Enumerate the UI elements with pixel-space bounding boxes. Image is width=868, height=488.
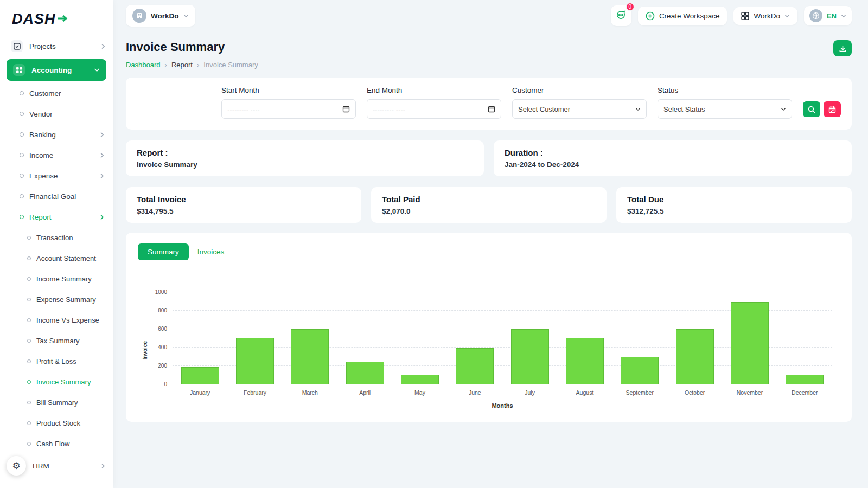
chart-card: Summary Invoices Invoice 020040060080010… bbox=[126, 233, 852, 422]
bar-february[interactable] bbox=[236, 338, 274, 384]
calendar-icon[interactable] bbox=[342, 105, 350, 113]
bar-column bbox=[173, 292, 227, 384]
language-code: EN bbox=[827, 12, 837, 20]
bar-june[interactable] bbox=[456, 348, 494, 384]
sidebar-item-accounting[interactable]: Accounting bbox=[7, 59, 106, 81]
sidebar-item-label: Expense bbox=[29, 172, 94, 180]
y-tick-label: 200 bbox=[149, 363, 173, 369]
workspace-menu-button[interactable]: WorkDo bbox=[733, 7, 797, 25]
bar-column bbox=[722, 292, 777, 384]
bullet-icon bbox=[20, 112, 24, 116]
tab-summary[interactable]: Summary bbox=[138, 243, 189, 260]
plot-area: 02004006008001000 bbox=[173, 292, 832, 384]
sidebar-item-income-summary[interactable]: Income Summary bbox=[0, 268, 113, 289]
workspace-switcher[interactable]: WorkDo bbox=[126, 5, 195, 27]
total-due-card: Total Due $312,725.5 bbox=[616, 187, 852, 223]
bar-july[interactable] bbox=[511, 329, 549, 384]
workspace-menu-label: WorkDo bbox=[754, 12, 780, 20]
settings-gear-button[interactable]: ⚙ bbox=[7, 456, 26, 476]
download-report-button[interactable] bbox=[833, 40, 852, 56]
customer-select[interactable]: Select Customer bbox=[512, 99, 647, 119]
sidebar-item-income-vs-expense[interactable]: Income Vs Expense bbox=[0, 310, 113, 330]
y-tick-label: 400 bbox=[149, 344, 173, 350]
bar-column bbox=[448, 292, 502, 384]
bullet-icon bbox=[27, 298, 31, 301]
main-area: WorkDo 0 Create Workspace bbox=[113, 0, 868, 488]
sidebar-item-label: Customer bbox=[29, 89, 104, 98]
sidebar-item-bill-summary[interactable]: Bill Summary bbox=[0, 392, 113, 413]
chevron-down-icon bbox=[94, 68, 100, 72]
bar-plot bbox=[173, 292, 832, 384]
sidebar-item-profit-loss[interactable]: Profit & Loss bbox=[0, 351, 113, 371]
chevron-down-icon bbox=[635, 107, 641, 111]
sidebar-item-transaction[interactable]: Transaction bbox=[0, 227, 113, 248]
search-icon bbox=[808, 106, 815, 113]
start-month-input[interactable] bbox=[227, 105, 342, 113]
x-tick-label: September bbox=[612, 389, 667, 396]
tab-invoices[interactable]: Invoices bbox=[197, 248, 225, 256]
messages-button[interactable]: 0 bbox=[611, 5, 631, 26]
accounting-icon bbox=[13, 64, 25, 76]
end-month-input[interactable] bbox=[373, 105, 488, 113]
bar-january[interactable] bbox=[181, 367, 219, 384]
bullet-icon bbox=[20, 91, 24, 95]
sidebar-item-invoice-summary[interactable]: Invoice Summary bbox=[0, 371, 113, 392]
sidebar-item-tax-summary[interactable]: Tax Summary bbox=[0, 330, 113, 351]
language-selector[interactable]: EN bbox=[804, 6, 852, 25]
status-select[interactable]: Select Status bbox=[658, 99, 792, 119]
reset-filter-button[interactable] bbox=[824, 101, 841, 117]
title-row: Invoice Summary bbox=[126, 40, 852, 56]
bar-december[interactable] bbox=[786, 375, 824, 384]
app-root: DASH Projects Accounting Cu bbox=[0, 0, 868, 488]
bullet-icon bbox=[20, 174, 24, 178]
breadcrumb-report[interactable]: Report bbox=[171, 61, 193, 69]
end-month-label: End Month bbox=[367, 86, 501, 94]
sidebar-item-expense-summary[interactable]: Expense Summary bbox=[0, 289, 113, 310]
bullet-icon bbox=[27, 421, 31, 425]
sidebar-item-label: Income Summary bbox=[36, 275, 92, 283]
chevron-right-icon bbox=[100, 214, 104, 220]
sidebar-item-product-stock[interactable]: Product Stock bbox=[0, 413, 113, 433]
y-tick-label: 1000 bbox=[149, 289, 173, 295]
sidebar-item-label: Expense Summary bbox=[36, 296, 96, 304]
bar-august[interactable] bbox=[566, 338, 604, 384]
bar-october[interactable] bbox=[676, 329, 714, 384]
calendar-icon[interactable] bbox=[488, 105, 495, 113]
chevron-down-icon bbox=[183, 14, 189, 18]
x-tick-label: January bbox=[173, 389, 227, 396]
sidebar-item-cash-flow[interactable]: Cash Flow bbox=[0, 433, 113, 454]
sidebar-item-expense[interactable]: Expense bbox=[0, 165, 113, 186]
sidebar-item-report[interactable]: Report bbox=[0, 207, 113, 227]
sidebar-item-label: HRM bbox=[31, 462, 95, 470]
sidebar-item-customer[interactable]: Customer bbox=[0, 83, 113, 104]
breadcrumb-current: Invoice Summary bbox=[203, 61, 258, 69]
bar-march[interactable] bbox=[291, 329, 329, 384]
create-workspace-button[interactable]: Create Workspace bbox=[638, 7, 727, 25]
sidebar-item-projects[interactable]: Projects bbox=[0, 35, 113, 57]
bar-november[interactable] bbox=[731, 302, 769, 384]
sidebar-item-banking[interactable]: Banking bbox=[0, 124, 113, 145]
x-tick-label: October bbox=[667, 389, 722, 396]
plus-circle-icon bbox=[646, 11, 655, 21]
apply-filter-button[interactable] bbox=[803, 101, 820, 117]
bar-may[interactable] bbox=[401, 375, 439, 384]
duration-value: Jan-2024 to Dec-2024 bbox=[505, 160, 841, 169]
brand-logo[interactable]: DASH bbox=[0, 8, 113, 35]
chevron-right-icon bbox=[100, 173, 104, 179]
download-icon bbox=[839, 44, 847, 53]
sidebar: DASH Projects Accounting Cu bbox=[0, 0, 113, 488]
sidebar-item-financial-goal[interactable]: Financial Goal bbox=[0, 186, 113, 207]
create-workspace-label: Create Workspace bbox=[659, 12, 720, 20]
bar-september[interactable] bbox=[621, 357, 659, 384]
bar-april[interactable] bbox=[346, 362, 384, 384]
x-tick-label: July bbox=[502, 389, 557, 396]
sidebar-item-income[interactable]: Income bbox=[0, 145, 113, 165]
sidebar-item-vendor[interactable]: Vendor bbox=[0, 104, 113, 124]
breadcrumb-dashboard[interactable]: Dashboard bbox=[126, 61, 161, 69]
invoice-bar-chart: Invoice 02004006008001000 JanuaryFebruar… bbox=[138, 292, 840, 409]
sidebar-item-account-statement[interactable]: Account Statement bbox=[0, 248, 113, 268]
brand-logo-arrow-icon bbox=[57, 14, 68, 25]
y-tick-label: 0 bbox=[149, 381, 173, 387]
customer-group: Customer Select Customer bbox=[512, 86, 647, 119]
sidebar-item-hrm[interactable]: ⚙ HRM bbox=[0, 454, 113, 478]
